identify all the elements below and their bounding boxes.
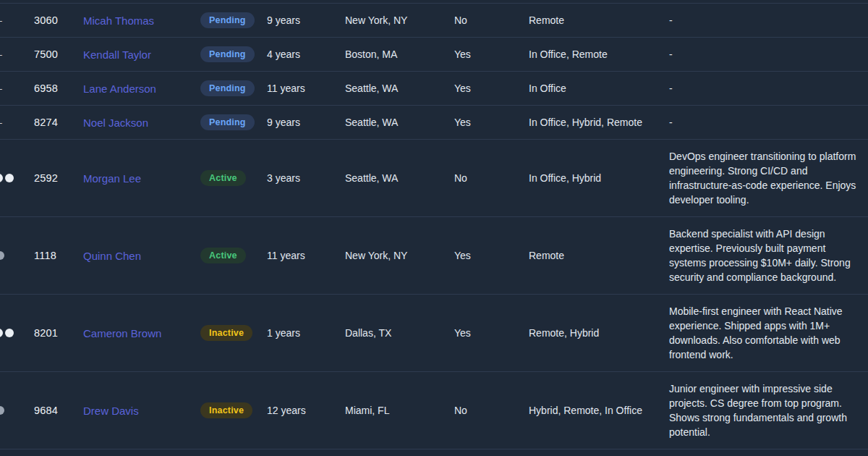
candidate-name-link[interactable]: Lane Anderson [83,83,156,95]
experience-cell: 4 years [267,48,345,60]
status-badge: Active [200,248,246,263]
dash-marker: – [0,14,2,26]
open-to-work-cell: No [454,14,529,26]
experience-cell: 3 years [267,172,345,184]
table-row[interactable]: – 6958 Lane Anderson Pending 11 years Se… [0,72,868,106]
table-row[interactable]: 8201 Cameron Brown Inactive 1 years Dall… [0,295,868,372]
location-cell: Seattle, WA [345,172,454,184]
avatar-dot [0,174,3,182]
location-cell: New York, NY [345,14,454,26]
candidate-name-link[interactable]: Drew Davis [83,405,139,417]
work-preference-cell: Remote, Hybrid [529,327,669,339]
row-marker [0,248,34,263]
experience-cell: 12 years [267,405,345,416]
candidate-name-link[interactable]: Kendall Taylor [83,48,151,61]
row-marker [0,171,34,185]
dash-marker: – [0,83,2,94]
location-cell: New York, NY [345,250,454,261]
notes-cell: DevOps engineer transitioning to platfor… [669,149,868,207]
candidate-name-link[interactable]: Quinn Chen [83,250,141,262]
open-to-work-cell: No [454,405,529,416]
status-badge: Inactive [200,325,252,341]
status-badge: Pending [200,12,255,28]
notes-cell: Backend specialist with API design exper… [669,227,868,284]
candidate-name-link[interactable]: Micah Thomas [83,14,154,27]
open-to-work-cell: Yes [454,48,529,60]
candidates-table: – 3060 Micah Thomas Pending 9 years New … [0,0,868,456]
avatar-dot [5,329,14,337]
notes-cell: Mobile-first engineer with React Native … [669,304,868,362]
experience-cell: 11 years [267,83,345,94]
work-preference-cell: Remote [529,250,669,261]
table-row[interactable]: 2592 Morgan Lee Active 3 years Seattle, … [0,140,868,217]
row-marker [0,326,34,340]
candidate-name-link[interactable]: Cameron Brown [83,327,161,339]
notes-cell: - [669,115,868,130]
row-marker [0,403,34,418]
table-row[interactable]: – 3060 Micah Thomas Pending 9 years New … [0,4,868,38]
notes-cell: Junior engineer with impressive side pro… [669,381,868,439]
candidate-name-link[interactable]: Noel Jackson [83,117,148,129]
candidate-id: 8201 [34,327,83,339]
location-cell: Seattle, WA [345,117,454,128]
location-cell: Boston, MA [345,48,454,60]
open-to-work-cell: Yes [454,117,529,128]
status-badge: Pending [200,80,255,96]
row-marker: – [0,115,34,130]
experience-cell: 1 years [267,327,345,339]
candidate-id: 3060 [34,14,83,26]
open-to-work-cell: No [454,172,529,184]
work-preference-cell: In Office, Remote [529,48,669,60]
candidate-name-link[interactable]: Morgan Lee [83,172,141,185]
location-cell: Dallas, TX [345,327,454,339]
work-preference-cell: Remote [529,14,669,26]
notes-cell: - [669,47,868,62]
candidate-id: 6958 [34,83,83,94]
avatar-dot [0,251,4,260]
avatar-dot [5,174,14,182]
status-badge: Active [200,170,246,186]
open-to-work-cell: Yes [454,327,529,339]
notes-cell: - [669,81,868,96]
notes-cell: - [669,13,868,28]
candidate-id: 9684 [34,405,83,416]
row-marker: – [0,47,34,62]
dash-marker: – [0,48,2,60]
work-preference-cell: In Office, Hybrid, Remote [529,117,669,128]
table-row[interactable]: 1118 Quinn Chen Active 11 years New York… [0,217,868,295]
location-cell: Seattle, WA [345,83,454,94]
row-marker: – [0,13,34,28]
table-row[interactable]: – 8274 Noel Jackson Pending 9 years Seat… [0,106,868,140]
avatar-dot [0,406,4,415]
experience-cell: 9 years [267,117,345,128]
candidate-id: 1118 [34,250,83,261]
candidate-id: 8274 [34,117,83,128]
avatar-dot [0,329,3,337]
candidate-id: 7500 [34,48,83,60]
work-preference-cell: Hybrid, Remote, In Office [529,405,669,416]
row-marker: – [0,81,34,96]
open-to-work-cell: Yes [454,250,529,261]
dash-marker: – [0,117,2,128]
cropped-row-below [0,449,868,456]
table-row[interactable]: 9684 Drew Davis Inactive 12 years Miami,… [0,372,868,449]
status-badge: Inactive [200,402,252,418]
open-to-work-cell: Yes [454,83,529,94]
work-preference-cell: In Office [529,83,669,94]
status-badge: Pending [200,46,255,62]
experience-cell: 9 years [267,14,345,26]
status-badge: Pending [200,114,255,130]
location-cell: Miami, FL [345,405,454,416]
experience-cell: 11 years [267,250,345,261]
candidate-id: 2592 [34,172,83,184]
work-preference-cell: In Office, Hybrid [529,172,669,184]
table-row[interactable]: – 7500 Kendall Taylor Pending 4 years Bo… [0,38,868,72]
